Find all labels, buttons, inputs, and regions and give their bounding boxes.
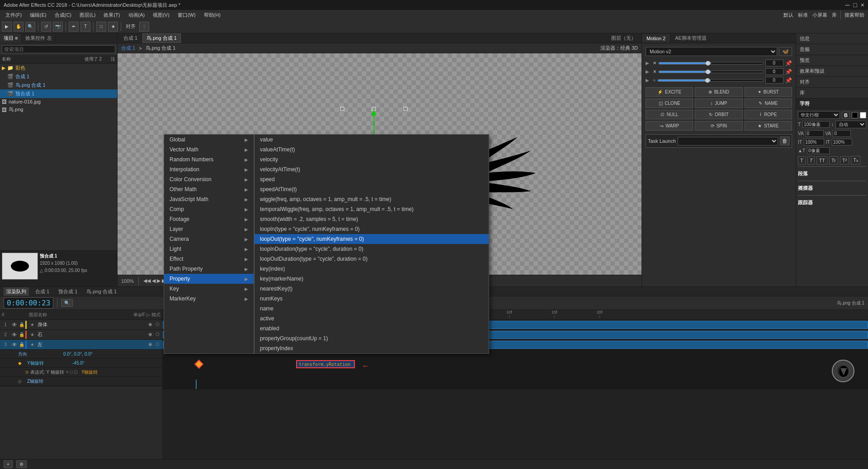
settings-btn[interactable]: ⚙ xyxy=(16,460,27,468)
layer-name-3[interactable]: 左 xyxy=(36,341,145,348)
layer-name-1[interactable]: 身体 xyxy=(36,321,145,328)
layer-row-2[interactable]: 2 👁 🔒 ★ 石 ◉ ⬡ xyxy=(0,330,162,340)
maximize-button[interactable]: □ xyxy=(853,1,857,9)
tool-move[interactable]: ✋ xyxy=(14,22,24,32)
sec-nearestKey[interactable]: nearestKey(t) xyxy=(255,284,489,294)
style-btn-T2-sub[interactable]: T₂ xyxy=(851,156,860,164)
zoom-label[interactable]: 100% xyxy=(121,278,134,284)
section-audio[interactable]: 音频 xyxy=(796,44,868,55)
section-library[interactable]: 库 xyxy=(796,88,868,98)
tool-pen[interactable]: ✒ xyxy=(69,22,79,32)
project-item-comp1[interactable]: 🎬 合成 1 xyxy=(0,72,117,81)
visibility-2[interactable]: 👁 xyxy=(11,332,18,338)
sec-valueAtTime[interactable]: valueAtTime(t) xyxy=(255,145,489,155)
comp-tab-bird[interactable]: 鸟.png 合成 1 xyxy=(142,33,181,43)
menu-path-property[interactable]: Path Property ▶ xyxy=(164,264,254,274)
menu-window[interactable]: 窗口(W) xyxy=(174,11,199,19)
sec-speed[interactable]: speed xyxy=(255,174,489,184)
sec-propertyGroup[interactable]: propertyGroup(countUp = 1) xyxy=(255,333,489,343)
project-item-precomp[interactable]: 🎬 预合成 1 xyxy=(0,89,117,98)
menu-global[interactable]: Global ▶ xyxy=(164,135,254,145)
section-preview[interactable]: 预览 xyxy=(796,55,868,66)
slider-value-2[interactable] xyxy=(765,68,783,75)
btn-name[interactable]: ✎ NAME xyxy=(745,98,792,108)
sec-name[interactable]: name xyxy=(255,304,489,314)
btn-clone[interactable]: ◫ CLONE xyxy=(646,98,693,108)
menu-edit[interactable]: 编辑(E) xyxy=(26,11,50,19)
sec-loopInDuration[interactable]: loopInDuration(type = "cycle", duration … xyxy=(255,244,489,254)
btn-rope[interactable]: ⌇ ROPE xyxy=(745,110,792,119)
sec-keyMarker[interactable]: key(markerName) xyxy=(255,274,489,284)
bold-btn[interactable]: B xyxy=(842,112,850,119)
sw-solo-1[interactable]: ◉ xyxy=(147,322,153,328)
style-btn-Tr[interactable]: Tr xyxy=(829,156,838,164)
sw-3d-1[interactable]: ⬡ xyxy=(154,322,160,328)
timeline-tab-bird[interactable]: 鸟.png 合成 1 xyxy=(84,287,119,296)
slider-value-1[interactable] xyxy=(765,60,783,66)
menu-interpolation[interactable]: Interpolation ▶ xyxy=(164,164,254,174)
sw-solo-2[interactable]: ◉ xyxy=(147,332,153,338)
pin-icon-2[interactable]: 📌 xyxy=(785,69,792,75)
slider-track-3[interactable] xyxy=(657,79,764,82)
btn-burst[interactable]: ✦ BURST xyxy=(745,87,792,97)
menu-key[interactable]: Key ▶ xyxy=(164,284,254,294)
tab-motion2[interactable]: Motion 2 xyxy=(642,34,670,42)
tab-ae-script[interactable]: AE脚本管理器 xyxy=(670,33,711,43)
kerning-input[interactable] xyxy=(833,130,851,137)
sec-wiggle[interactable]: wiggle(freq, amp, octaves = 1, amp_mult … xyxy=(255,194,489,204)
font-size-input[interactable] xyxy=(802,121,830,128)
lock-1[interactable]: 🔒 xyxy=(18,322,25,327)
task-select[interactable] xyxy=(678,137,778,145)
keyframe-btn-y[interactable]: ◆ xyxy=(18,361,27,366)
menu-help[interactable]: 帮助(H) xyxy=(200,11,224,19)
pin-icon-1[interactable]: 📌 xyxy=(785,60,792,66)
search-help[interactable]: 搜索帮助 xyxy=(843,12,866,19)
minimize-button[interactable]: ─ xyxy=(845,1,849,9)
slider-track-1[interactable] xyxy=(658,62,764,65)
timeline-tab-render[interactable]: 渲染队列 xyxy=(4,287,29,296)
tool-clone[interactable]: ★ xyxy=(108,22,118,32)
menu-color-conversion[interactable]: Color Conversion ▶ xyxy=(164,174,254,184)
sec-speedAtTime[interactable]: speedAtTime(t) xyxy=(255,184,489,194)
menu-file[interactable]: 文件(F) xyxy=(2,11,25,19)
sw-solo-3[interactable]: ◉ xyxy=(147,342,153,348)
btn-jump[interactable]: ↕ JUMP xyxy=(695,98,742,108)
visibility-3[interactable]: 👁 xyxy=(11,342,18,348)
sec-propertyIndex[interactable]: propertyIndex xyxy=(255,343,489,353)
align-btn[interactable]: ⋮ xyxy=(139,22,149,32)
sec-numKeys[interactable]: numKeys xyxy=(255,294,489,304)
prop-val-yrot[interactable]: -45.0° xyxy=(72,361,85,366)
menu-anim[interactable]: 动画(A) xyxy=(125,11,149,19)
style-btn-T2[interactable]: T² xyxy=(840,156,849,164)
tool-rotate[interactable]: ↺ xyxy=(41,22,51,32)
layer-name-2[interactable]: 石 xyxy=(36,331,145,338)
tab-project[interactable]: 项目 ≡ xyxy=(0,33,22,43)
motion2-version-dropdown[interactable]: Motion v2 xyxy=(646,47,777,56)
sw-3d-3[interactable]: ⬡ xyxy=(154,342,160,348)
close-button[interactable]: × xyxy=(861,1,864,9)
workspace-default[interactable]: 默认 xyxy=(782,12,795,19)
sec-smooth[interactable]: smooth(width = .2, samples = 5, t = time… xyxy=(255,214,489,224)
btn-null[interactable]: ∅ NULL xyxy=(646,110,693,119)
prop-val-dir[interactable]: 0.0°, 0.0°, 0.0° xyxy=(63,352,93,356)
task-delete[interactable]: 🗑 xyxy=(780,136,790,145)
comp-tab-1[interactable]: 合成 1 xyxy=(119,33,142,43)
menu-footage[interactable]: Footage ▶ xyxy=(164,214,254,224)
tracking-input[interactable] xyxy=(806,130,824,137)
vert-scale-input[interactable] xyxy=(804,139,824,145)
breadcrumb-home[interactable]: 合成 1 xyxy=(121,45,135,52)
sec-enabled[interactable]: enabled xyxy=(255,324,489,333)
layer-row-3[interactable]: 3 👁 🔒 ★ 左 ◉ ⬡ xyxy=(0,340,162,350)
project-item-color[interactable]: ▶ 📁 彩色 xyxy=(0,64,117,72)
project-item-nature[interactable]: 🖼 nature-016.jpg xyxy=(0,98,117,105)
sec-temporalWiggle[interactable]: temporalWiggle(freq, amp, octaves = 1, a… xyxy=(255,204,489,214)
menu-comp[interactable]: 合成(C) xyxy=(51,11,75,19)
project-item-bird-comp[interactable]: 🎬 鸟.png 合成 1 xyxy=(0,81,117,89)
sec-keyIndex[interactable]: key(index) xyxy=(255,264,489,274)
tool-zoom[interactable]: 🔍 xyxy=(25,22,35,32)
menu-effect[interactable]: Effect ▶ xyxy=(164,254,254,264)
slider-value-3[interactable] xyxy=(765,77,783,84)
font-family-select[interactable]: 华文行楷 xyxy=(798,111,840,119)
slider-expand-2[interactable]: ▶ xyxy=(646,69,651,74)
tool-text[interactable]: T xyxy=(80,22,90,32)
